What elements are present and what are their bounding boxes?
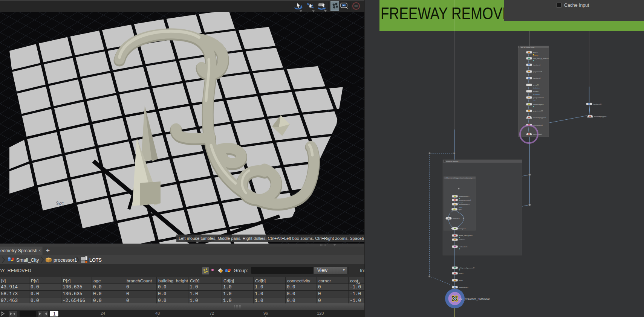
svg-text:120: 120 <box>317 311 324 315</box>
svg-text:attribwrangle15: attribwrangle15 <box>533 104 544 105</box>
svg-text:Left mouse tumbles. Middle pan: Left mouse tumbles. Middle pans. Right d… <box>179 236 364 241</box>
svg-text:...Helps a lot with trigger ci: ...Helps a lot with trigger cities, to i… <box>445 177 473 179</box>
svg-text:transform10: transform10 <box>593 103 602 105</box>
svg-text:split_by_normal merge: split_by_normal merge <box>521 47 534 48</box>
svg-text:attribdelete5: attribdelete5 <box>459 246 468 248</box>
svg-text:facet1: facet1 <box>459 279 463 281</box>
svg-text:rollscombine1: rollscombine1 <box>533 124 543 126</box>
svg-text:split7: split7 <box>459 209 462 210</box>
svg-text:path1: path1 <box>459 207 462 208</box>
svg-text:normal11: normal11 <box>459 239 465 241</box>
svg-text:by_bottom: by_bottom <box>533 94 540 95</box>
svg-text:groupcombine1: groupcombine1 <box>533 97 544 99</box>
svg-text:OUT_FREEWAY_REMOVED: OUT_FREEWAY_REMOVED <box>459 297 490 300</box>
svg-text:polyextrude12: polyextrude12 <box>533 110 543 112</box>
svg-text:boolean11: boolean11 <box>453 218 460 219</box>
svg-text:split_prim_by_normal2: split_prim_by_normal2 <box>459 267 475 269</box>
svg-text:by_bottom: by_bottom <box>533 87 540 89</box>
svg-text:24: 24 <box>101 311 105 315</box>
svg-text:fuse21: fuse21 <box>459 273 464 274</box>
svg-text:group16: group16 <box>533 84 539 86</box>
svg-text:processor1: processor1 <box>54 258 77 263</box>
svg-text:delete_small_parts1: delete_small_parts1 <box>459 235 473 236</box>
svg-text:transform1: transform1 <box>533 64 541 66</box>
svg-text:merge17: merge17 <box>459 228 466 230</box>
svg-text:Highway removal: Highway removal <box>446 160 458 162</box>
svg-text:group17: group17 <box>533 90 539 92</box>
svg-text:48: 48 <box>155 311 160 315</box>
svg-text:polyextrude8: polyextrude8 <box>533 71 542 73</box>
svg-text:rollsfrompolygons1: rollsfrompolygons1 <box>533 117 546 119</box>
svg-text:transform8: transform8 <box>533 77 541 79</box>
svg-text:72: 72 <box>210 311 214 315</box>
svg-text:rollsfrompolygons2: rollsfrompolygons2 <box>594 116 607 117</box>
svg-text:split_prim_by_normal2: split_prim_by_normal2 <box>533 58 549 59</box>
svg-text:attribtransfer1: attribtransfer1 <box>459 287 469 288</box>
svg-text:96: 96 <box>263 311 268 315</box>
svg-text:attribwrangle17: attribwrangle17 <box>459 195 470 197</box>
svg-text:blast17: blast17 <box>533 52 538 53</box>
svg-text:grouppromote17: grouppromote17 <box>459 203 471 205</box>
svg-text:LOTS: LOTS <box>89 258 102 263</box>
svg-text:groupexpression1: groupexpression1 <box>459 199 471 201</box>
svg-text:Small_City: Small_City <box>16 258 39 263</box>
svg-text:525: 525 <box>56 200 64 207</box>
svg-text:1: 1 <box>53 311 56 317</box>
svg-text:garbage: garbage <box>533 55 538 56</box>
svg-text:sub: sub <box>533 100 535 102</box>
